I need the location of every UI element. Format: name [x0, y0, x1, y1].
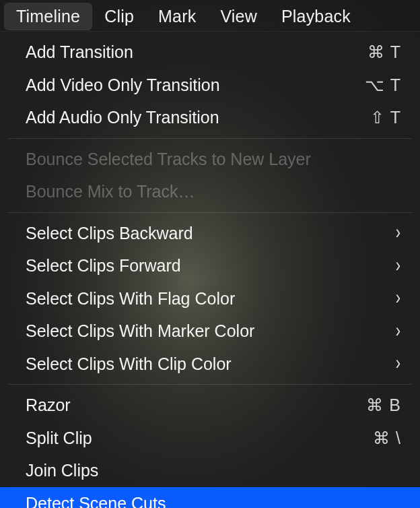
menu-item-label: Razor — [26, 394, 71, 416]
menu-item-bounce-selected-tracks: Bounce Selected Tracks to New Layer — [0, 143, 420, 176]
menu-item-label: Select Clips With Clip Color — [26, 353, 232, 375]
menu-item-label: Add Transition — [26, 41, 133, 63]
menu-item-add-audio-only-transition[interactable]: Add Audio Only Transition ⇧ T — [0, 101, 420, 134]
menu-item-shortcut: ⌘ T — [368, 41, 401, 63]
chevron-right-icon: › — [396, 286, 401, 311]
separator — [8, 384, 412, 385]
menu-item-split-clip[interactable]: Split Clip ⌘ \ — [0, 422, 420, 455]
menu-item-label: Select Clips With Marker Color — [26, 320, 254, 342]
menu-item-label: Select Clips With Flag Color — [26, 288, 235, 310]
menu-item-label: Add Audio Only Transition — [26, 106, 219, 129]
menu-item-label: Detect Scene Cuts — [26, 493, 166, 509]
menu-item-join-clips[interactable]: Join Clips — [0, 454, 420, 487]
submenu-indicator: › — [396, 321, 401, 341]
menu-item-add-transition[interactable]: Add Transition ⌘ T — [0, 36, 420, 69]
menu-item-select-clips-forward[interactable]: Select Clips Forward › — [0, 249, 420, 282]
menu-item-shortcut: ⌥ T — [365, 74, 401, 96]
separator — [8, 138, 412, 139]
menu-item-label: Bounce Mix to Track… — [26, 181, 195, 203]
chevron-right-icon: › — [396, 351, 401, 376]
menu-item-label: Split Clip — [26, 427, 92, 449]
menu-item-label: Select Clips Forward — [26, 255, 181, 277]
menu-item-label: Bounce Selected Tracks to New Layer — [26, 148, 311, 170]
menu-item-razor[interactable]: Razor ⌘ B — [0, 389, 420, 422]
menu-item-select-clips-backward[interactable]: Select Clips Backward › — [0, 217, 420, 250]
separator — [8, 212, 412, 213]
menu-item-detect-scene-cuts[interactable]: Detect Scene Cuts — [0, 487, 420, 509]
menu-item-shortcut: ⌘ \ — [373, 427, 401, 449]
menu-item-add-video-only-transition[interactable]: Add Video Only Transition ⌥ T — [0, 69, 420, 102]
menubar-item-clip[interactable]: Clip — [92, 3, 146, 30]
menu-item-label: Join Clips — [26, 459, 98, 482]
chevron-right-icon: › — [396, 319, 401, 344]
menubar-item-timeline[interactable]: Timeline — [4, 3, 92, 30]
menubar-item-view[interactable]: View — [208, 3, 269, 30]
menu-item-bounce-mix-to-track: Bounce Mix to Track… — [0, 175, 420, 208]
submenu-indicator: › — [396, 256, 401, 276]
chevron-right-icon: › — [396, 253, 401, 278]
menu-item-select-clips-marker-color[interactable]: Select Clips With Marker Color › — [0, 315, 420, 348]
timeline-dropdown: Add Transition ⌘ T Add Video Only Transi… — [0, 31, 420, 508]
menubar-item-mark[interactable]: Mark — [146, 3, 208, 30]
submenu-indicator: › — [396, 354, 401, 373]
chevron-right-icon: › — [396, 220, 401, 245]
menubar-item-playback[interactable]: Playback — [269, 3, 363, 30]
submenu-indicator: › — [396, 223, 401, 243]
menu-item-select-clips-flag-color[interactable]: Select Clips With Flag Color › — [0, 282, 420, 315]
submenu-indicator: › — [396, 288, 401, 308]
menu-item-label: Select Clips Backward — [26, 222, 193, 245]
menu-item-shortcut: ⇧ T — [370, 106, 401, 129]
menu-item-shortcut: ⌘ B — [366, 394, 401, 416]
menu-item-select-clips-clip-color[interactable]: Select Clips With Clip Color › — [0, 348, 420, 381]
menu-item-label: Add Video Only Transition — [26, 74, 220, 96]
menubar: Timeline Clip Mark View Playback — [0, 0, 420, 34]
